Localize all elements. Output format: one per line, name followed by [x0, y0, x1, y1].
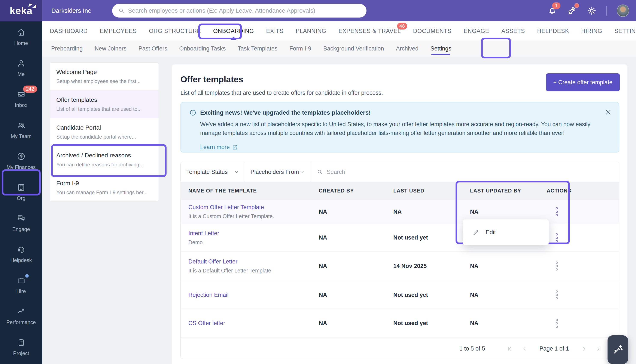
row-actions-kebab-button[interactable] [556, 233, 559, 242]
col-header-created-by: CREATED BY [319, 188, 393, 194]
project-icon [17, 338, 26, 347]
info-banner: Exciting news! We've upgraded the templa… [180, 102, 619, 152]
tab-documents[interactable]: DOCUMENTS [413, 22, 451, 41]
tab-employees[interactable]: EMPLOYEES [100, 22, 137, 41]
last-updated-by-value: NA [470, 263, 544, 270]
tab-label: EXPENSES & TRAVEL [339, 28, 401, 34]
last-used-value: Not used yet [393, 320, 470, 326]
tab-engage[interactable]: ENGAGE [464, 22, 489, 41]
last-page-button[interactable] [595, 346, 602, 352]
table-search-input[interactable]: Search [310, 162, 619, 182]
settings-item-subtitle: Setup what employees see the first... [56, 78, 152, 84]
sidebar-item-my-finances[interactable]: My Finances [0, 152, 42, 170]
placeholders-from-label: Placeholders From [250, 169, 299, 175]
user-avatar[interactable] [617, 4, 629, 17]
subtab-settings[interactable]: Settings [431, 41, 451, 57]
sidebar-item-performance[interactable]: Performance [0, 307, 42, 325]
template-name-link[interactable]: CS Offer letter [188, 320, 319, 326]
ai-assistant-button[interactable] [607, 335, 628, 364]
page-subtitle: List of all templates that are used to c… [180, 90, 383, 96]
tab-settings[interactable]: SETTINGS [614, 22, 636, 41]
onboarding-subnav: Preboarding New Joiners Past Offers Onbo… [42, 41, 636, 57]
settings-menu-item-archived-declined-reasons[interactable]: Archived / Declined reasons You can defi… [50, 146, 159, 174]
tab-hiring[interactable]: HIRING [581, 22, 602, 41]
tab-onboarding[interactable]: ONBOARDING [213, 22, 254, 41]
settings-menu-item-offer-templates[interactable]: Offer templates List of all templates th… [50, 90, 159, 118]
tab-org-structure[interactable]: ORG STRUCTURE [149, 22, 201, 41]
placeholders-from-filter[interactable]: Placeholders From [245, 162, 310, 182]
banner-body: We've added a new list of placeholders s… [200, 120, 603, 138]
table-filters: Template Status Placeholders From Search [181, 162, 619, 182]
template-name-link[interactable]: Default Offer Letter [188, 258, 319, 265]
sidebar-item-org[interactable]: Org [0, 183, 42, 201]
logo-block[interactable]: keka ◤◢ [0, 0, 42, 22]
template-name-link[interactable]: Intent Letter [188, 230, 319, 237]
create-offer-template-button[interactable]: + Create offer template [546, 73, 620, 91]
template-status-filter[interactable]: Template Status [181, 162, 245, 182]
tab-planning[interactable]: PLANNING [296, 22, 326, 41]
sidebar-item-engage[interactable]: Engage [0, 214, 42, 232]
tab-expenses-travel[interactable]: EXPENSES & TRAVEL 48 [339, 22, 401, 41]
sidebar-item-me[interactable]: Me [0, 59, 42, 77]
whats-new-button[interactable] [567, 6, 577, 16]
sidebar-item-inbox[interactable]: 242 Inbox [0, 90, 42, 108]
settings-item-title: Form I-9 [56, 180, 152, 187]
expenses-count-badge: 48 [397, 23, 407, 30]
subtab-label: New Joiners [95, 45, 127, 52]
sidebar-item-helpdesk[interactable]: Helpdesk [0, 245, 42, 263]
table-row: Custom Offer Letter Template It is a Cus… [181, 199, 619, 224]
helpdesk-icon [17, 245, 26, 254]
settings-button[interactable] [587, 6, 597, 16]
learn-more-label: Learn more [200, 144, 230, 150]
first-page-button[interactable] [506, 346, 513, 352]
subtab-new-joiners[interactable]: New Joiners [95, 41, 127, 57]
banner-close-button[interactable] [605, 109, 611, 116]
subtab-form-i-9[interactable]: Form I-9 [289, 41, 311, 57]
row-actions-kebab-button[interactable] [556, 290, 559, 300]
tab-label: HELPDESK [537, 28, 569, 34]
last-used-value: Not used yet [393, 292, 470, 298]
subtab-label: Settings [431, 45, 451, 52]
notifications-button[interactable]: 1 [547, 6, 557, 16]
settings-menu-item-welcome-page[interactable]: Welcome Page Setup what employees see th… [50, 63, 159, 90]
active-tab-indicator [230, 36, 237, 40]
sidebar-item-label: Performance [7, 319, 36, 325]
settings-menu-item-form-i-9[interactable]: Form I-9 You can manage Form I-9 setting… [50, 174, 159, 202]
main-content: Welcome Page Setup what employees see th… [42, 57, 636, 364]
sidebar-item-my-team[interactable]: My Team [0, 121, 42, 139]
template-name-link[interactable]: Rejection Email [188, 292, 319, 298]
subtab-preboarding[interactable]: Preboarding [51, 41, 83, 57]
template-name-link[interactable]: Custom Offer Letter Template [188, 204, 319, 211]
last-used-value: Not used yet [393, 234, 470, 241]
subtab-archived[interactable]: Archived [396, 41, 419, 57]
last-updated-by-value: NA [470, 320, 544, 326]
subtab-onboarding-tasks[interactable]: Onboarding Tasks [179, 41, 226, 57]
row-actions-kebab-button[interactable] [556, 207, 559, 216]
global-search-input[interactable]: Search employees or actions (Ex: Apply L… [112, 4, 367, 18]
sidebar-item-home[interactable]: Home [0, 28, 42, 46]
gear-icon [587, 6, 597, 16]
subtab-background-verification[interactable]: Background Verification [323, 41, 384, 57]
tab-exits[interactable]: EXITS [266, 22, 283, 41]
learn-more-link[interactable]: Learn more [200, 144, 238, 150]
subtab-past-offers[interactable]: Past Offers [139, 41, 167, 57]
row-context-menu[interactable]: Edit [463, 220, 549, 245]
tab-dashboard[interactable]: DASHBOARD [50, 22, 88, 41]
tab-assets[interactable]: ASSETS [501, 22, 525, 41]
tab-label: ORG STRUCTURE [149, 28, 201, 34]
row-actions-kebab-button[interactable] [556, 262, 559, 270]
settings-menu-item-candidate-portal[interactable]: Candidate Portal Setup the candidate por… [50, 118, 159, 146]
tab-helpdesk[interactable]: HELPDESK [537, 22, 569, 41]
created-by-value: NA [319, 263, 393, 270]
prev-page-button[interactable] [521, 346, 528, 352]
search-icon [118, 8, 125, 14]
sidebar-item-hire[interactable]: Hire [0, 276, 42, 294]
performance-icon [17, 307, 26, 316]
last-updated-by-value: NA [470, 208, 544, 215]
chevron-down-icon [299, 170, 305, 174]
next-page-button[interactable] [580, 346, 587, 352]
sidebar-item-project[interactable]: Project [0, 338, 42, 356]
row-actions-kebab-button[interactable] [556, 319, 559, 328]
subtab-label: Archived [396, 45, 419, 52]
subtab-task-templates[interactable]: Task Templates [238, 41, 277, 57]
